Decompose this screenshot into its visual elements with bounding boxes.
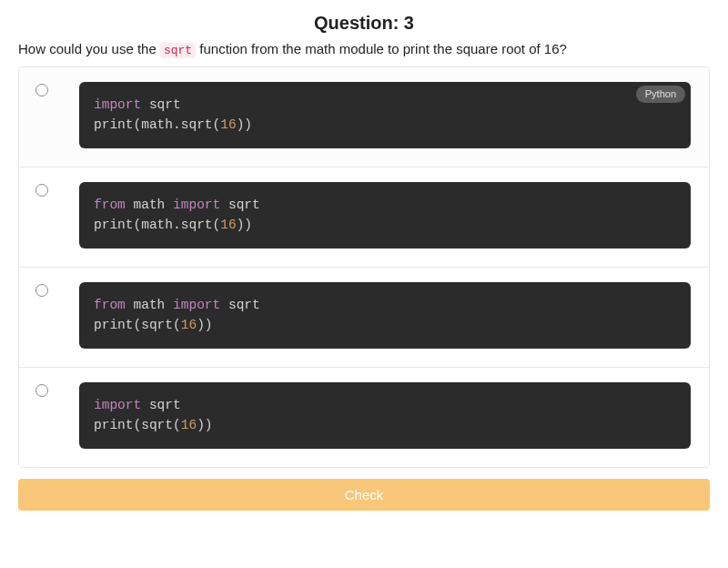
question-number: Question: 3 xyxy=(18,13,710,34)
radio-0[interactable] xyxy=(35,84,48,96)
options-container: Pythonimport sqrtprint(math.sqrt(16))fro… xyxy=(18,66,710,468)
code-block-3: import sqrtprint(sqrt(16)) xyxy=(79,382,691,449)
code-content-3: import sqrtprint(sqrt(16)) xyxy=(94,395,676,436)
radio-2[interactable] xyxy=(35,284,48,297)
question-text-post: function from the math module to print t… xyxy=(199,41,567,56)
code-content-2: from math import sqrtprint(sqrt(16)) xyxy=(94,295,676,336)
option-0[interactable]: Pythonimport sqrtprint(math.sqrt(16)) xyxy=(19,67,709,167)
question-text-pre: How could you use the xyxy=(18,41,160,56)
check-button[interactable]: Check xyxy=(18,479,710,511)
code-block-1: from math import sqrtprint(math.sqrt(16)… xyxy=(79,182,691,248)
radio-1[interactable] xyxy=(35,184,48,197)
radio-3[interactable] xyxy=(35,384,48,397)
code-content-0: import sqrtprint(math.sqrt(16)) xyxy=(94,95,676,136)
option-2[interactable]: from math import sqrtprint(sqrt(16)) xyxy=(19,268,709,368)
code-block-2: from math import sqrtprint(sqrt(16)) xyxy=(79,282,691,349)
inline-code-sqrt: sqrt xyxy=(160,43,196,58)
code-content-1: from math import sqrtprint(math.sqrt(16)… xyxy=(94,195,676,236)
option-3[interactable]: import sqrtprint(sqrt(16)) xyxy=(19,368,709,467)
question-text: How could you use the sqrt function from… xyxy=(18,41,710,57)
language-badge: Python xyxy=(636,86,685,103)
option-1[interactable]: from math import sqrtprint(math.sqrt(16)… xyxy=(19,167,709,268)
code-block-0: Pythonimport sqrtprint(math.sqrt(16)) xyxy=(79,82,691,148)
